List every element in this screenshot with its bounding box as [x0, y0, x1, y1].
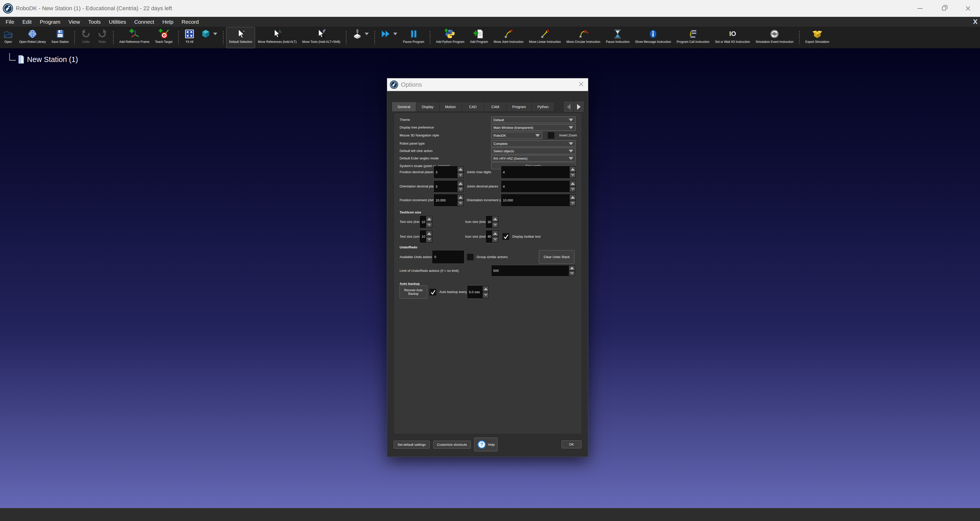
- orientation-increment-spinner[interactable]: 10.000: [501, 194, 576, 207]
- toolbar-button-simulation-event-instruction[interactable]: Simulation Event Instruction: [753, 27, 796, 48]
- spin-up-icon[interactable]: [483, 286, 488, 292]
- minimize-button[interactable]: [908, 0, 932, 17]
- spin-up-icon[interactable]: [458, 181, 463, 186]
- mouse-nav-select[interactable]: RoboDK: [491, 132, 542, 139]
- spin-up-icon[interactable]: [570, 167, 576, 172]
- display-toolbar-text-checkbox[interactable]: [502, 233, 509, 240]
- available-undo-field[interactable]: 0: [432, 250, 465, 264]
- spin-up-icon[interactable]: [458, 194, 463, 200]
- toolbar-button-pause-instruction[interactable]: Pause Instruction: [603, 27, 632, 48]
- customize-shortcuts-button[interactable]: Customize shortcuts: [433, 441, 471, 449]
- spin-down-icon[interactable]: [458, 172, 463, 178]
- spin-down-icon[interactable]: [483, 292, 488, 298]
- menu-utilities[interactable]: Utilities: [105, 17, 130, 27]
- toolbar-button-open-robot-library[interactable]: Open Robot Library: [16, 27, 49, 48]
- spin-up-icon[interactable]: [458, 167, 463, 172]
- toolbar-button-default-selection[interactable]: Default Selection: [226, 27, 255, 48]
- spin-down-icon[interactable]: [570, 187, 576, 192]
- spin-down-icon[interactable]: [570, 172, 576, 178]
- close-button[interactable]: [956, 0, 980, 17]
- toolbar-button-program-call-instruction[interactable]: Program Call Instruction: [674, 27, 712, 48]
- clear-undo-stack-button[interactable]: Clear Undo Stack: [539, 250, 574, 264]
- icon-size-toolbar-spinner[interactable]: 40: [485, 230, 499, 243]
- ok-button[interactable]: OK: [562, 440, 581, 448]
- auto-backup-checkbox[interactable]: [429, 288, 437, 296]
- tab-motion[interactable]: Motion: [439, 102, 461, 112]
- options-dialog-close-icon[interactable]: [578, 81, 584, 88]
- backup-every-spinner[interactable]: 5.0 min: [467, 285, 489, 299]
- orientation-decimal-spinner[interactable]: 3: [434, 180, 464, 193]
- toolbar-button-teach-target[interactable]: Teach Target: [152, 27, 175, 48]
- toolbar-button-set-or-wait-i-o-instruction[interactable]: IOSet or Wait I/O Instruction: [712, 27, 753, 48]
- spin-down-icon[interactable]: [570, 201, 576, 206]
- toolbar-button-add-reference-frame[interactable]: Add Reference Frame: [116, 27, 152, 48]
- tree-item-station[interactable]: New Station (1): [9, 52, 78, 61]
- robot-panel-select[interactable]: Complete: [491, 140, 576, 147]
- toolbar-button-move-joint-instruction[interactable]: Move Joint Instruction: [491, 27, 527, 48]
- set-default-settings-button[interactable]: Set default settings: [394, 441, 430, 449]
- toolbar-button-pause-program[interactable]: Pause Program: [400, 27, 427, 48]
- recover-backup-button[interactable]: Recover Auto Backup: [399, 285, 427, 299]
- toolbar-button-move-linear-instruction[interactable]: Move Linear Instruction: [526, 27, 563, 48]
- toolbar-button-check-tool[interactable]: [349, 27, 372, 48]
- toolbar-button-show-message-instruction[interactable]: Show Message Instruction: [632, 27, 674, 48]
- group-similar-checkbox[interactable]: [467, 253, 474, 261]
- tab-program[interactable]: Program: [506, 102, 532, 112]
- position-decimal-spinner[interactable]: 3: [434, 166, 464, 178]
- toolbar-button-view-cube[interactable]: [197, 27, 220, 48]
- icon-size-tree-spinner[interactable]: 30: [485, 215, 499, 228]
- toolbar-button-export-simulation[interactable]: Export Simulation: [802, 27, 832, 48]
- tab-general[interactable]: General: [392, 102, 416, 112]
- toolbar-button-undo[interactable]: Undo: [78, 27, 94, 48]
- options-dialog-titlebar[interactable]: Options: [387, 78, 588, 91]
- spin-down-icon[interactable]: [569, 271, 575, 276]
- menu-view[interactable]: View: [65, 17, 84, 27]
- menu-record[interactable]: Record: [178, 17, 203, 27]
- chevron-down-icon[interactable]: [393, 33, 397, 35]
- menu-tools[interactable]: Tools: [84, 17, 105, 27]
- menu-edit[interactable]: Edit: [18, 17, 36, 27]
- toolbar-button-move-circular-instruction[interactable]: Move Circular Instruction: [563, 27, 603, 48]
- menu-connect[interactable]: Connect: [130, 17, 158, 27]
- toolbar-button-redo[interactable]: Redo: [94, 27, 110, 48]
- spin-down-icon[interactable]: [458, 187, 463, 192]
- undo-limit-spinner[interactable]: 500: [491, 265, 576, 276]
- restore-button[interactable]: [932, 0, 956, 17]
- chevron-down-icon[interactable]: [213, 33, 217, 35]
- toolbar-button-open[interactable]: Open: [0, 27, 16, 48]
- spin-up-icon[interactable]: [492, 216, 498, 221]
- spin-up-icon[interactable]: [570, 181, 576, 186]
- help-button[interactable]: ? Help: [474, 438, 498, 451]
- tab-python[interactable]: Python: [531, 102, 554, 112]
- position-increment-spinner[interactable]: 10.000: [434, 194, 464, 207]
- euler-mode-select[interactable]: RX->RY->RZ (Generic): [491, 155, 576, 162]
- toolbar-button-fast-forward[interactable]: [378, 27, 400, 48]
- toolbar-button-add-python-program[interactable]: Add Python Program: [433, 27, 467, 48]
- spin-down-icon[interactable]: [426, 222, 432, 228]
- tab-scroll-left-icon[interactable]: [564, 102, 573, 112]
- spin-up-icon[interactable]: [426, 231, 432, 236]
- joints-decimal-spinner[interactable]: 4: [501, 180, 576, 193]
- spin-up-icon[interactable]: [570, 194, 576, 200]
- menu-file[interactable]: File: [2, 17, 18, 27]
- toolbar-button-add-program[interactable]: Add Program: [467, 27, 491, 48]
- chevron-down-icon[interactable]: [365, 33, 369, 35]
- theme-select[interactable]: Default: [491, 116, 576, 123]
- text-size-tree-spinner[interactable]: 10: [420, 215, 433, 228]
- spin-up-icon[interactable]: [492, 231, 498, 236]
- invert-zoom-checkbox[interactable]: [547, 132, 555, 139]
- menu-help[interactable]: Help: [158, 17, 178, 27]
- toolbar-button-move-references-hold-alt[interactable]: Move References (hold ALT): [255, 27, 299, 48]
- toolbar-button-fit-all[interactable]: Fit All: [181, 27, 197, 48]
- tab-cad[interactable]: CAD: [461, 102, 484, 112]
- menu-program[interactable]: Program: [36, 17, 65, 27]
- menu-close-x[interactable]: X: [973, 18, 977, 26]
- viewport-3d[interactable]: New Station (1) Options GeneralDisplayMo…: [0, 48, 980, 508]
- spin-up-icon[interactable]: [426, 216, 432, 221]
- left-click-select[interactable]: Select objects: [491, 148, 576, 154]
- spin-up-icon[interactable]: [569, 266, 575, 271]
- joints-max-spinner[interactable]: 4: [501, 166, 576, 178]
- spin-down-icon[interactable]: [492, 237, 498, 242]
- text-size-screen-spinner[interactable]: 10: [420, 230, 433, 243]
- spin-down-icon[interactable]: [492, 222, 498, 228]
